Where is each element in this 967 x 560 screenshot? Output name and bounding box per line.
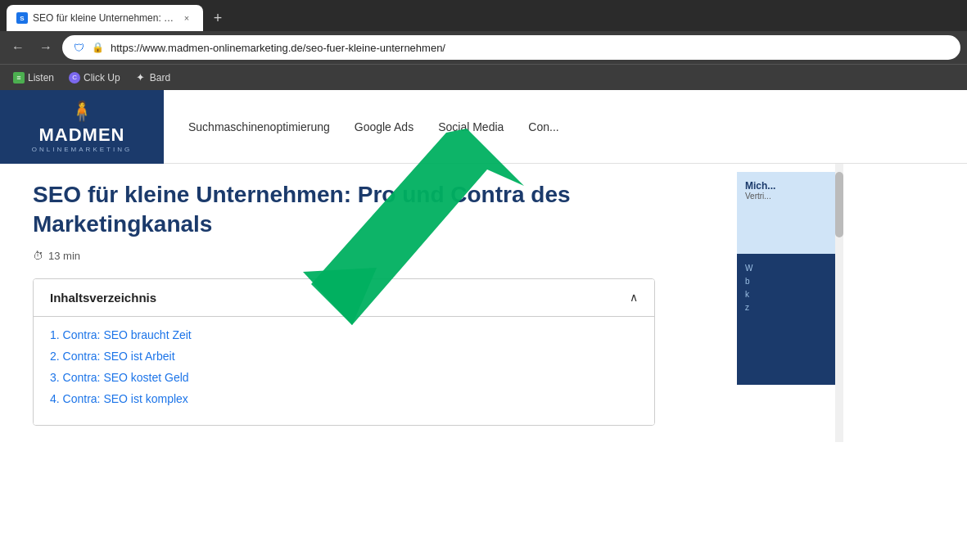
toc-text-2: Contra: SEO ist Arbeit (63, 350, 175, 363)
nav-link-con[interactable]: Con... (528, 120, 558, 133)
url-text[interactable]: https://www.madmen-onlinemarketing.de/se… (111, 42, 951, 54)
bookmark-listen-label: Listen (28, 72, 54, 84)
bard-favicon: ✦ (135, 72, 147, 84)
forward-button[interactable]: → (34, 36, 57, 59)
lock-icon: 🔒 (92, 42, 104, 53)
scrollbar-thumb[interactable] (835, 172, 843, 237)
article-area: SEO für kleine Unternehmen: Pro und Cont… (0, 164, 737, 442)
site-nav: 🧍 MADMEN ONLINEMARKETING Suchmaschinenop… (0, 90, 967, 164)
toc-items: 1. Contra: SEO braucht Zeit 2. Contra: S… (34, 317, 654, 425)
sidebar-person-name: Mich... (745, 180, 827, 192)
page-content: 🧍 MADMEN ONLINEMARKETING Suchmaschinenop… (0, 90, 967, 560)
website: 🧍 MADMEN ONLINEMARKETING Suchmaschinenop… (0, 90, 967, 560)
toc-num-4: 4. (50, 392, 60, 405)
tab-close-button[interactable]: × (180, 11, 193, 25)
nav-link-social-media[interactable]: Social Media (438, 120, 504, 133)
toc-item-1[interactable]: 1. Contra: SEO braucht Zeit (50, 328, 638, 341)
sidebar-widget: Mich... Vertri... Wbkz (737, 164, 835, 442)
article-meta: ⏱ 13 min (33, 250, 704, 262)
sidebar-cta-widget[interactable]: Wbkz (737, 254, 835, 385)
toc-chevron-icon: ∧ (630, 291, 638, 304)
logo-main-text: MADMEN (32, 124, 132, 146)
listen-favicon: ≡ (13, 72, 25, 84)
site-logo[interactable]: 🧍 MADMEN ONLINEMARKETING (0, 90, 164, 164)
new-tab-button[interactable]: + (206, 7, 229, 29)
main-area: SEO für kleine Unternehmen: Pro und Cont… (0, 164, 967, 442)
shield-icon: 🛡 (72, 41, 85, 54)
browser-chrome: S SEO für kleine Unternehmen: Pr... × + … (0, 0, 967, 90)
address-bar-row: ← → 🛡 🔒 https://www.madmen-onlinemarketi… (0, 31, 967, 64)
back-button[interactable]: ← (7, 36, 29, 59)
tab-bar: S SEO für kleine Unternehmen: Pr... × + (0, 0, 967, 31)
sidebar-profile-widget: Mich... Vertri... (737, 172, 835, 254)
bookmark-clickup-label: Click Up (84, 72, 120, 84)
toc-num-3: 3. (50, 371, 60, 384)
scrollbar[interactable] (835, 164, 843, 442)
toc-text-4: Contra: SEO ist komplex (63, 392, 188, 405)
sidebar-cta-text: Wbkz (745, 262, 827, 314)
toc-box: Inhaltsverzeichnis ∧ 1. Contra: SEO brau… (33, 278, 655, 426)
article-title: SEO für kleine Unternehmen: Pro und Cont… (33, 180, 704, 240)
read-time: 13 min (48, 250, 80, 262)
address-bar[interactable]: 🛡 🔒 https://www.madmen-onlinemarketing.d… (62, 35, 960, 60)
toc-item-3[interactable]: 3. Contra: SEO kostet Geld (50, 371, 638, 384)
toc-text-1: Contra: SEO braucht Zeit (63, 328, 192, 341)
bookmark-listen[interactable]: ≡ Listen (7, 70, 61, 86)
tab-favicon: S (16, 12, 28, 24)
nav-link-suchmaschinen[interactable]: Suchmaschinenoptimierung (188, 120, 330, 133)
toc-item-4[interactable]: 4. Contra: SEO ist komplex (50, 392, 638, 405)
bookmark-clickup[interactable]: C Click Up (62, 70, 127, 86)
nav-link-google-ads[interactable]: Google Ads (355, 120, 413, 133)
site-nav-links: Suchmaschinenoptimierung Google Ads Soci… (164, 120, 584, 133)
toc-num-2: 2. (50, 350, 60, 363)
toc-header[interactable]: Inhaltsverzeichnis ∧ (34, 279, 654, 317)
toc-text-3: Contra: SEO kostet Geld (63, 371, 189, 384)
clickup-favicon: C (69, 72, 80, 84)
bookmark-bard[interactable]: ✦ Bard (129, 70, 177, 86)
bookmarks-bar: ≡ Listen C Click Up ✦ Bard (0, 64, 967, 90)
logo-sub-text: ONLINEMARKETING (32, 146, 132, 153)
toc-num-1: 1. (50, 328, 60, 341)
clock-icon: ⏱ (33, 250, 43, 262)
active-tab[interactable]: S SEO für kleine Unternehmen: Pr... × (7, 5, 203, 31)
bookmark-bard-label: Bard (150, 72, 170, 84)
toc-item-2[interactable]: 2. Contra: SEO ist Arbeit (50, 350, 638, 363)
toc-header-text: Inhaltsverzeichnis (50, 291, 156, 305)
sidebar-person-role: Vertri... (745, 192, 827, 201)
tab-title: SEO für kleine Unternehmen: Pr... (33, 12, 175, 24)
